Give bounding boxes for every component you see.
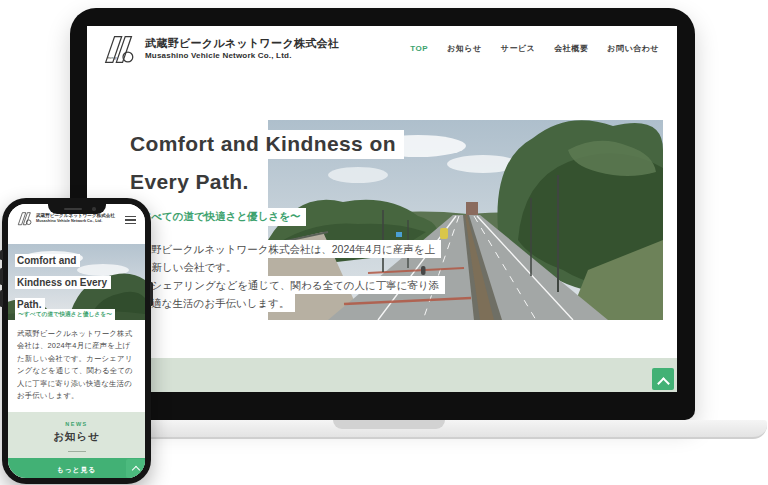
logo-mark-icon: mvn.jp: [101, 33, 137, 65]
company-name-jp: 武蔵野ビークルネットワーク株式会社: [145, 37, 339, 51]
phone-intro-text: 武蔵野ビークルネットワーク株式会社は、2024年4月に産声を上げた新しい会社です…: [17, 328, 136, 402]
device-mockup-stage: mvn.jp 武蔵野ビークルネットワーク株式会社 Musashino Vehic…: [0, 0, 768, 485]
more-button-label: もっと見る: [57, 465, 97, 475]
hero-body-line: 武蔵野ビークルネットワーク株式会社は、2024年4月に産声を上: [130, 240, 441, 258]
hamburger-menu-icon[interactable]: [125, 216, 136, 224]
hero-heading-line2: Every Path.: [130, 168, 445, 197]
hero-body: 武蔵野ビークルネットワーク株式会社は、2024年4月に産声を上 げた新しい会社で…: [130, 240, 445, 312]
nav-item-news[interactable]: お知らせ: [447, 43, 482, 54]
phone-notch: [48, 204, 106, 214]
phone-power-button: [150, 282, 153, 306]
phone-logo-text: 武蔵野ビークルネットワーク株式会社 Musashino Vehicle Netw…: [36, 213, 115, 224]
phone-heading-line2: Kindness on Every: [15, 276, 111, 289]
logo-text: 武蔵野ビークルネットワーク株式会社 Musashino Vehicle Netw…: [145, 37, 339, 61]
hero-heading-line1: Comfort and Kindness on: [130, 130, 445, 159]
hero-subtitle: 〜すべての道で快適さと優しさを〜: [130, 206, 445, 226]
hero-body-line: い快適な生活のお手伝いします。: [130, 294, 295, 312]
company-name-en: Musashino Vehicle Network Co., Ltd.: [36, 219, 115, 224]
next-section-band: [87, 358, 677, 392]
hero-heading-line2-text: Every Path.: [130, 168, 257, 197]
phone-news-section: NEWS お知らせ もっと見る: [8, 412, 145, 478]
chevron-up-icon: [657, 377, 670, 390]
company-name-en: Musashino Vehicle Network Co., Ltd.: [145, 51, 339, 61]
news-title: お知らせ: [8, 430, 145, 444]
phone-frame: 武蔵野ビークルネットワーク株式会社 Musashino Vehicle Netw…: [2, 198, 151, 484]
news-divider: [68, 451, 86, 452]
phone-heading-line1: Comfort and: [15, 254, 80, 267]
logo-badge-text: mvn.jp: [107, 56, 117, 60]
site-header: mvn.jp 武蔵野ビークルネットワーク株式会社 Musashino Vehic…: [87, 26, 677, 82]
more-button[interactable]: もっと見る: [8, 458, 145, 478]
chevron-up-icon: [131, 466, 139, 474]
phone-scroll-top-button[interactable]: [126, 459, 145, 478]
phone-volume-up-button: [0, 268, 3, 285]
phone-speaker: [64, 208, 82, 211]
phone-hero-photo: Comfort and Kindness on Every Path. 〜すべて…: [8, 244, 145, 320]
hero-body-line: カーシェアリングなどを通じて、関わる全ての人に丁寧に寄り添: [130, 276, 445, 294]
phone-screen: 武蔵野ビークルネットワーク株式会社 Musashino Vehicle Netw…: [8, 204, 145, 478]
nav-item-top[interactable]: TOP: [410, 44, 428, 53]
hero-heading-line1-text: Comfort and Kindness on: [130, 130, 404, 159]
laptop-screen: mvn.jp 武蔵野ビークルネットワーク株式会社 Musashino Vehic…: [87, 26, 677, 392]
logo-mark-icon: [16, 211, 33, 226]
scroll-top-button[interactable]: [652, 368, 674, 390]
phone-volume-down-button: [0, 290, 3, 307]
nav-item-contact[interactable]: お問い合わせ: [607, 43, 659, 54]
hero-subtitle-text: 〜すべての道で快適さと優しさを〜: [130, 208, 306, 226]
hero-copy: Comfort and Kindness on Every Path. 〜すべて…: [130, 130, 445, 312]
nav-item-service[interactable]: サービス: [501, 43, 536, 54]
site-logo[interactable]: mvn.jp 武蔵野ビークルネットワーク株式会社 Musashino Vehic…: [101, 33, 339, 65]
phone-mute-switch: [0, 250, 3, 260]
phone-intro-section: 武蔵野ビークルネットワーク株式会社は、2024年4月に産声を上げた新しい会社です…: [8, 320, 145, 412]
phone-hero-subtitle-text: 〜すべての道で快適さと優しさを〜: [15, 309, 115, 320]
main-nav: TOP お知らせ サービス 会社概要 お問い合わせ: [410, 43, 659, 54]
laptop-base-notch: [333, 420, 445, 429]
news-label: NEWS: [8, 421, 145, 427]
phone-hero-subtitle: 〜すべての道で快適さと優しさを〜: [15, 302, 115, 320]
phone-camera: [92, 207, 96, 211]
nav-item-company[interactable]: 会社概要: [554, 43, 588, 54]
